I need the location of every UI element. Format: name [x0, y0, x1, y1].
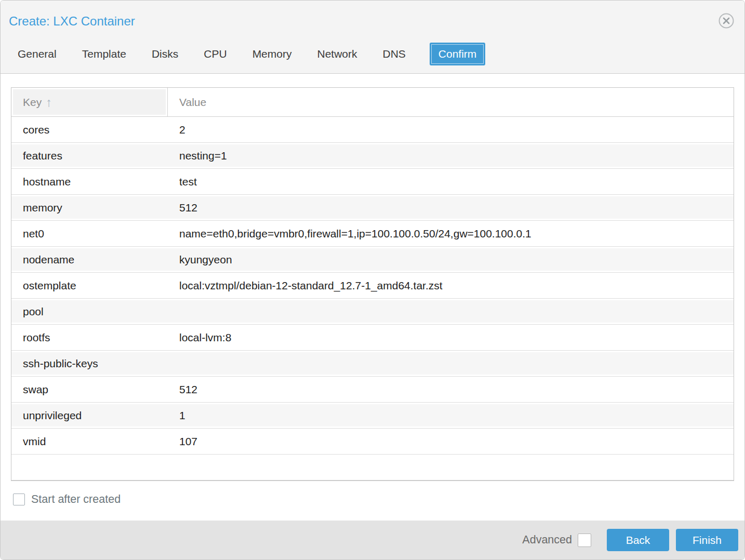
row-value: 107 [168, 435, 734, 448]
grid-rows: cores2featuresnesting=1hostnametestmemor… [11, 117, 734, 480]
tab-memory[interactable]: Memory [252, 44, 292, 64]
table-row[interactable]: swap512 [11, 377, 734, 403]
row-value: local-lvm:8 [168, 331, 734, 344]
start-after-created-label: Start after created [31, 493, 121, 506]
tab-strip: GeneralTemplateDisksCPUMemoryNetworkDNSC… [1, 35, 744, 74]
row-value: 512 [168, 383, 734, 396]
table-row[interactable]: net0name=eth0,bridge=vmbr0,firewall=1,ip… [11, 221, 734, 247]
row-value: 2 [168, 124, 734, 136]
sort-asc-icon: ↑ [46, 96, 52, 109]
column-header-value[interactable]: Value [168, 88, 734, 116]
column-header-key[interactable]: Key ↑ [11, 88, 168, 116]
table-row[interactable]: cores2 [11, 117, 734, 143]
row-value: nesting=1 [168, 150, 734, 162]
page-title: Create: LXC Container [9, 14, 135, 29]
tab-cpu[interactable]: CPU [204, 44, 227, 64]
table-header: Key ↑ Value [11, 88, 734, 117]
row-key: nodename [11, 254, 168, 266]
back-button[interactable]: Back [607, 529, 669, 551]
close-button[interactable] [717, 12, 735, 30]
table-row[interactable]: vmid107 [11, 429, 734, 455]
column-header-value-label: Value [179, 96, 206, 109]
tab-network[interactable]: Network [317, 44, 357, 64]
table-row[interactable]: rootfslocal-lvm:8 [11, 325, 734, 351]
start-after-created-row: Start after created [13, 493, 734, 506]
table-row[interactable]: featuresnesting=1 [11, 143, 734, 169]
dialog-footer: Advanced Back Finish [1, 521, 744, 559]
dialog-titlebar: Create: LXC Container [1, 1, 744, 35]
table-row[interactable]: ostemplatelocal:vztmpl/debian-12-standar… [11, 273, 734, 299]
dialog-body: Key ↑ Value cores2featuresnesting=1hostn… [1, 74, 744, 521]
row-key: memory [11, 202, 168, 214]
row-key: hostname [11, 176, 168, 188]
finish-button[interactable]: Finish [676, 529, 738, 551]
row-key: features [11, 150, 168, 162]
tab-general[interactable]: General [18, 44, 57, 64]
column-header-key-label: Key [23, 96, 42, 109]
advanced-label: Advanced [522, 534, 572, 546]
close-icon [718, 12, 735, 31]
row-value: kyungyeon [168, 254, 734, 266]
row-key: cores [11, 124, 168, 136]
row-key: ssh-public-keys [11, 357, 168, 370]
row-key: unprivileged [11, 409, 168, 422]
advanced-checkbox[interactable] [578, 534, 591, 547]
row-value: 1 [168, 409, 734, 422]
tab-template[interactable]: Template [82, 44, 126, 64]
row-key: ostemplate [11, 279, 168, 292]
confirm-settings-table: Key ↑ Value cores2featuresnesting=1hostn… [11, 87, 734, 481]
table-row[interactable]: pool [11, 299, 734, 325]
tab-disks[interactable]: Disks [152, 44, 178, 64]
table-row[interactable]: hostnametest [11, 169, 734, 195]
table-row[interactable]: ssh-public-keys [11, 351, 734, 377]
row-value: local:vztmpl/debian-12-standard_12.7-1_a… [168, 279, 734, 292]
table-row[interactable]: unprivileged1 [11, 403, 734, 429]
row-key: vmid [11, 435, 168, 448]
create-lxc-dialog: Create: LXC Container GeneralTemplateDis… [0, 0, 745, 560]
tab-confirm[interactable]: Confirm [430, 43, 486, 65]
tab-dns[interactable]: DNS [383, 44, 406, 64]
row-value: 512 [168, 202, 734, 214]
table-row[interactable]: memory512 [11, 195, 734, 221]
row-key: pool [11, 305, 168, 318]
row-value: name=eth0,bridge=vmbr0,firewall=1,ip=100… [168, 228, 734, 240]
table-row[interactable]: nodenamekyungyeon [11, 247, 734, 273]
start-after-created-checkbox[interactable] [13, 494, 25, 505]
row-value: test [168, 176, 734, 188]
row-key: net0 [11, 228, 168, 240]
row-key: swap [11, 383, 168, 396]
row-key: rootfs [11, 331, 168, 344]
